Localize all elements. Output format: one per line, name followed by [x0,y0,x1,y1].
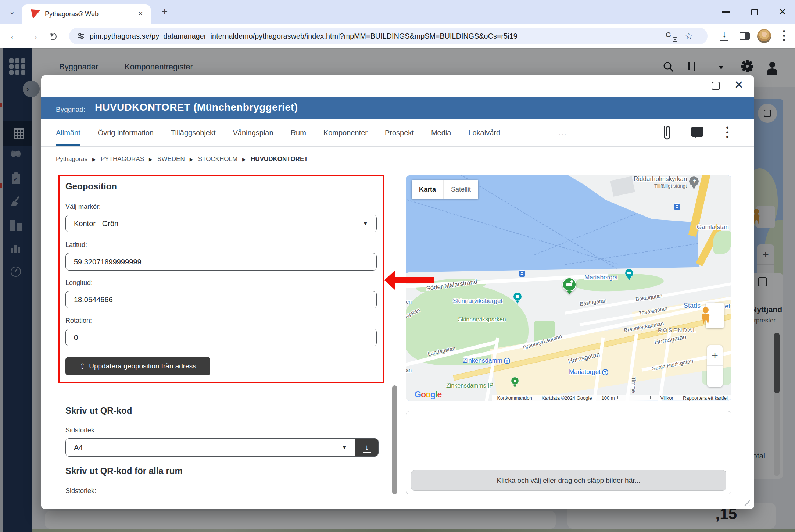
metro-icon: T [504,358,510,364]
modal-close-icon[interactable]: ✕ [733,78,745,91]
download-icon[interactable]: ↓ [719,29,730,42]
google-map[interactable]: ✝ Riddarholmskyrkan Tillfälligt stängt G… [406,175,731,401]
building-name: HUVUDKONTORET (Münchenbryggeriet) [95,101,298,113]
comment-icon[interactable] [691,127,703,137]
latitude-input[interactable] [65,253,377,271]
tab-more[interactable]: ... [559,119,567,146]
map-label: Stads [684,302,701,310]
forward-icon[interactable]: → [27,29,40,43]
ferry-icon[interactable] [674,203,680,210]
url-text: pim.pythagoras.se/py_datamanager_interna… [90,32,518,40]
all-rooms-page-size-label: Sidstorlek: [65,487,96,495]
map-label: Zinkensdamms IP [446,382,493,389]
zoom-out-button[interactable]: − [707,366,723,386]
page-size-select[interactable]: A4 ▼ ↓ [65,438,379,457]
tab-search-chevron-icon[interactable]: ⌄ [6,6,18,18]
browser-profile-avatar[interactable] [757,29,771,43]
marker-label: Välj markör: [65,203,101,211]
map-label: ROSENDAL [658,327,697,333]
map-type-karta-button[interactable]: Karta [412,180,444,199]
browser-menu-icon[interactable]: ••• [781,29,787,42]
download-qr-button[interactable]: ↓ [355,438,378,457]
map-park [713,231,731,254]
update-geoposition-button[interactable]: ⇧ Uppdatera geoposition från adress [65,357,210,375]
tab-tillaggsobjekt[interactable]: Tilläggsobjekt [171,119,216,146]
modal-resize-handle[interactable] [740,497,750,506]
browser-toolbar: ← → pim.pythagoras.se/py_datamanager_int… [0,24,795,48]
annotation-red-rectangle [58,175,384,383]
map-label: Timme [631,377,637,393]
longitude-input[interactable] [65,291,377,308]
app-page: Byggnader Komponentregister › +− Indisk [0,48,795,532]
breadcrumb-item[interactable]: Pythagoras [56,156,87,163]
map-label: Mariaberget [584,274,618,281]
longitude-label: Longitud: [65,279,93,287]
back-icon[interactable]: ← [7,29,21,43]
side-panel-icon[interactable] [740,32,750,40]
browser-tab[interactable]: Pythagoras® Web ✕ [22,4,151,24]
reload-icon[interactable] [49,33,57,40]
modal-maximize-icon[interactable] [712,82,720,90]
address-bar[interactable]: pim.pythagoras.se/py_datamanager_interna… [69,28,708,44]
ferry-route-line [406,197,618,264]
church-pin-icon[interactable]: ✝ [689,176,699,190]
breadcrumb-item[interactable]: PYTHAGORAS [101,156,144,163]
photo-pin-skinnarviksberget-icon[interactable] [513,292,522,304]
map-label-transit: ZinkensdammT [463,357,510,364]
map-report-link[interactable]: Rapportera ett kartfel [683,395,728,401]
breadcrumb-chevron-icon: ▶ [242,157,246,162]
map-terms-link[interactable]: Villkor [660,395,673,401]
attachment-icon[interactable] [661,125,673,143]
map-type-satellit-button[interactable]: Satellit [444,180,478,199]
breadcrumb-chevron-icon: ▶ [149,157,153,162]
pythagoras-logo-icon [31,9,40,19]
tab-ovrig-information[interactable]: Övrig information [98,119,154,146]
modal-scrollbar-thumb[interactable] [392,385,397,494]
annotation-red-arrow [384,271,395,290]
map-label: Riddarholmskyrkan [634,175,687,183]
rotation-label: Rotation: [65,317,92,325]
map-label: en [406,299,412,305]
tab-title: Pythagoras® Web [45,10,99,18]
map-scale-text: 100 m [602,395,615,401]
photo-pin-mariaberget-icon[interactable] [625,269,634,281]
map-attribution: Kortkommandon Kartdata ©2024 Google 100 … [492,395,731,401]
translate-icon[interactable]: G [666,31,676,41]
image-dropzone[interactable]: Klicka och välj eller drag och släpp bil… [411,470,726,491]
map-label-transit: MariatorgetT [569,368,608,376]
dropdown-arrow-icon: ▼ [341,444,347,451]
tab-prospekt[interactable]: Prospekt [385,119,414,146]
tab-rum[interactable]: Rum [291,119,306,146]
tab-close-icon[interactable]: ✕ [136,10,145,18]
window-close-button[interactable]: ✕ [774,0,791,24]
breadcrumb-item[interactable]: STOCKHOLM [198,156,237,163]
office-green-marker-icon[interactable] [562,278,578,296]
metro-icon: T [602,369,608,375]
breadcrumb-item[interactable]: SWEDEN [157,156,185,163]
geoposition-title: Geoposition [65,181,117,192]
bookmark-star-icon[interactable]: ☆ [685,31,695,41]
tab-media[interactable]: Media [431,119,451,146]
rotation-input[interactable] [65,329,377,346]
modal-kebab-menu-icon[interactable]: ••• [725,125,730,139]
window-maximize-button[interactable] [746,0,763,24]
window-minimize-button[interactable] [717,0,734,24]
tab-vaningsplan[interactable]: Våningsplan [233,119,273,146]
breadcrumb-chevron-icon: ▶ [190,157,193,162]
tab-allmant[interactable]: Allmänt [56,119,80,146]
map-shortcuts-link[interactable]: Kortkommandon [497,395,532,401]
tab-komponenter[interactable]: Komponenter [323,119,368,146]
sports-ground-pin-icon[interactable] [511,377,519,388]
modal-tab-bar: Allmänt Övrig information Tilläggsobjekt… [41,119,754,147]
map-pegman-control[interactable] [706,303,724,328]
marker-select[interactable]: Kontor - Grön ▼ [65,215,377,232]
breadcrumb: Pythagoras▶ PYTHAGORAS▶ SWEDEN▶ STOCKHOL… [56,156,308,163]
map-data-text: Kartdata ©2024 Google [542,395,592,401]
site-info-icon[interactable] [76,32,85,42]
new-tab-button[interactable]: + [159,6,171,18]
zoom-in-button[interactable]: + [707,345,723,366]
map-zoom-control: + − [707,345,723,387]
ferry-icon[interactable] [519,270,525,277]
download-qr-icon: ↓ [365,444,369,451]
tab-lokalvard[interactable]: Lokalvård [468,119,500,146]
